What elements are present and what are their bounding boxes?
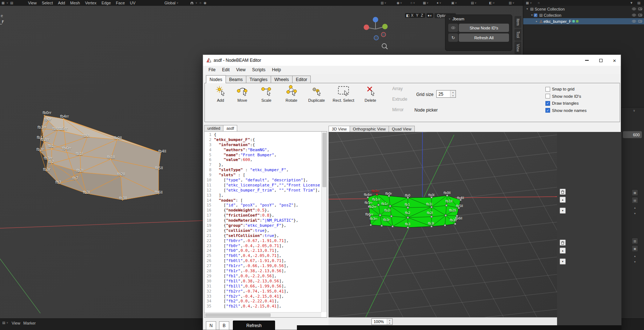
n-button[interactable]: N [206, 321, 216, 330]
grid-size-input[interactable]: 25 ▲▼ [436, 90, 456, 98]
file-tab-untitled[interactable]: untitled [204, 125, 223, 131]
panel-icon-button[interactable]: ▥ [632, 238, 638, 244]
tool-scale[interactable]: Scale [255, 84, 278, 102]
code-line[interactable]: 32 ["fb2rr",-0.74,-1.95,0.41], [204, 289, 321, 294]
move-down-button[interactable]: ▼ [560, 258, 566, 265]
code-line[interactable]: 16 {"nodeWeight":0.5}, [204, 208, 321, 213]
visibility-eye-icon[interactable] [632, 8, 636, 10]
menu-scripts[interactable]: Scripts [249, 67, 269, 72]
value-field[interactable]: 600 [623, 131, 642, 138]
status-menu-view[interactable]: View [12, 321, 20, 325]
tab-nodes[interactable]: Nodes [206, 75, 226, 83]
code-line[interactable]: 26 ["fb0ll",0.67,-1.91,0.71], [204, 258, 321, 263]
window-title-bar[interactable]: asdf - NodeBEAM Editor × [203, 55, 621, 66]
render-camera-icon[interactable] [638, 8, 642, 10]
expand-icon[interactable]: ▾ [530, 13, 534, 17]
code-line[interactable]: 7 }, [204, 162, 321, 168]
filter-icon[interactable]: ▼ [630, 0, 633, 6]
axis-toggle-y[interactable]: Y [415, 13, 420, 17]
code-line[interactable]: 20 {"collision":true}, [204, 228, 321, 233]
refresh-all-button[interactable]: Refresh All [459, 33, 509, 42]
refresh-icon[interactable]: ↻ [448, 33, 458, 42]
code-line[interactable]: 29 ["fb1",0.0,-2.2,0.56], [204, 274, 321, 279]
eye-icon[interactable] [448, 24, 458, 32]
options-icon[interactable]: ▤ [637, 0, 640, 6]
code-line[interactable]: 8 "slotType" : "etkc_bumper_F", [204, 168, 321, 173]
checkbox-snap-to-grid[interactable]: Snap to grid [545, 86, 587, 92]
close-button[interactable]: × [608, 55, 621, 66]
move-up-button[interactable]: ▲ [560, 248, 566, 254]
show-node-ids-button[interactable]: Show Node ID's [459, 24, 509, 32]
code-line[interactable]: 30 ["fb1l",0.38,-2.13,0.56], [204, 279, 321, 284]
view-tab-orthographic-view[interactable]: Orthographic View [350, 126, 389, 132]
panel-icon-button[interactable]: ▦ [632, 189, 638, 196]
nodebeam-3d-view[interactable]: fb0rrfb4rrfb0rfb0fb0lfb0llfb4llfb1rrfb5r… [329, 132, 557, 317]
tab-triangles[interactable]: Triangles [246, 76, 271, 83]
render-camera-icon[interactable] [638, 20, 642, 23]
code-line[interactable]: 33 ["fb2r",-0.4,-2.15,0.41], [204, 294, 321, 299]
checkbox-box[interactable]: ✓ [545, 108, 550, 113]
checkbox-box[interactable]: ✓ [545, 101, 550, 106]
delete-row-button[interactable] [560, 240, 566, 246]
move-up-button[interactable]: ▲ [560, 197, 566, 203]
code-line[interactable]: 2"etkc_bumper_F":{ [204, 137, 321, 142]
checkbox-draw-triangles[interactable]: ✓Draw triangles [545, 101, 587, 106]
chevron-down-icon[interactable]: ∨ [449, 17, 450, 20]
tab-wheels[interactable]: Wheels [271, 76, 293, 83]
checkbox-show-node-id-s[interactable]: Show node ID's [545, 94, 587, 99]
arrow-down-icon[interactable]: ▼ [632, 261, 637, 263]
code-line[interactable]: 10 ["type", "default", "description"], [204, 178, 321, 183]
code-line[interactable]: 17 {"frictionCoef":0.8}, [204, 213, 321, 218]
render-camera-icon[interactable] [638, 14, 642, 16]
code-line[interactable]: 4 "authors":"BeamNG", [204, 148, 321, 153]
collection-checkbox[interactable]: ✓ [534, 13, 537, 17]
chevron-down-icon[interactable]: ∨ [633, 109, 635, 112]
panel-icon-button[interactable]: ▣ [632, 245, 638, 252]
code-line[interactable]: 27 ["fb1rr",-0.66,-1.99,0.56], [204, 263, 321, 269]
code-line[interactable]: 12 ["etkc_bumper_F_trim", "","Front Trim… [204, 188, 321, 193]
file-tab-asdf[interactable]: asdf [223, 125, 237, 131]
code-line[interactable]: 31 ["fb1ll",0.66,-1.99,0.56], [204, 284, 321, 289]
refresh-button[interactable]: Refresh [233, 321, 275, 330]
move-down-button[interactable]: ▼ [560, 208, 566, 214]
mirror-axis-toggles[interactable]: ◧ X Y Z [405, 13, 425, 18]
code-line[interactable]: 19 {"group":"etkc_bumper_F"}, [204, 223, 321, 228]
code-line[interactable]: 5 "name":"Front Bumper", [204, 153, 321, 158]
visibility-eye-icon[interactable] [632, 14, 636, 16]
maximize-button[interactable] [594, 55, 608, 66]
outliner-editor-icons[interactable]: ▦∨ [526, 0, 532, 6]
code-line[interactable]: 25 ["fb0l",0.4,-2.05,0.71], [204, 253, 321, 258]
expand-icon[interactable]: ▾ [525, 7, 529, 11]
view-tab-3d-view[interactable]: 3D View [329, 126, 350, 132]
search-icon[interactable]: ○ [538, 0, 540, 6]
status-menu-marker[interactable]: Marker [23, 321, 36, 325]
tab-editor[interactable]: Editor [292, 76, 311, 83]
code-line[interactable]: 34 ["fb2",0.0,-2.22,0.41], [204, 299, 321, 304]
sidebar-tab-item[interactable]: Item [514, 16, 521, 28]
visibility-eye-icon[interactable] [632, 20, 636, 23]
arrow-up-icon[interactable]: ▲ [632, 206, 637, 209]
menu-edit[interactable]: Edit [219, 67, 233, 72]
menu-help[interactable]: Help [269, 67, 285, 72]
expand-icon[interactable]: ▸ [535, 20, 538, 23]
code-line[interactable]: 23 ["fb0r",-0.4,-2.05,0.71], [204, 244, 321, 249]
checkbox-show-node-names[interactable]: ✓Show node names [545, 108, 587, 113]
arrow-up-icon[interactable]: ▲ [632, 255, 637, 257]
code-line[interactable]: 15 ["id", "posX", "posY", "posZ"], [204, 203, 321, 208]
sidebar-tab-tool[interactable]: Tool [514, 29, 521, 40]
snap-toggles[interactable]: ● ◐ [426, 13, 433, 18]
code-line[interactable]: 28 ["fb1r",-0.38,-2.13,0.56], [204, 269, 321, 274]
outliner-row-collection[interactable]: ▾✓▤Collection [523, 12, 644, 18]
tab-beams[interactable]: Beams [226, 76, 246, 83]
vertical-scrollbar[interactable] [321, 132, 327, 312]
tool-move[interactable]: Move [231, 84, 254, 102]
delete-row-button[interactable] [560, 189, 566, 195]
horizontal-scrollbar[interactable] [204, 312, 321, 317]
tool-delete[interactable]: Delete [359, 84, 382, 102]
zoom-level-dropdown[interactable]: 100% ▲▼ [371, 318, 393, 325]
code-line[interactable]: 11 ["etkc_licenseplate_F","","Front Lice… [204, 183, 321, 188]
b-button[interactable]: B [219, 321, 229, 330]
zoom-icon[interactable] [381, 43, 389, 50]
tool-add[interactable]: Add [209, 84, 232, 102]
code-line[interactable]: 35 ["fb2l",0.4,-2.15,0.41], [204, 304, 321, 309]
